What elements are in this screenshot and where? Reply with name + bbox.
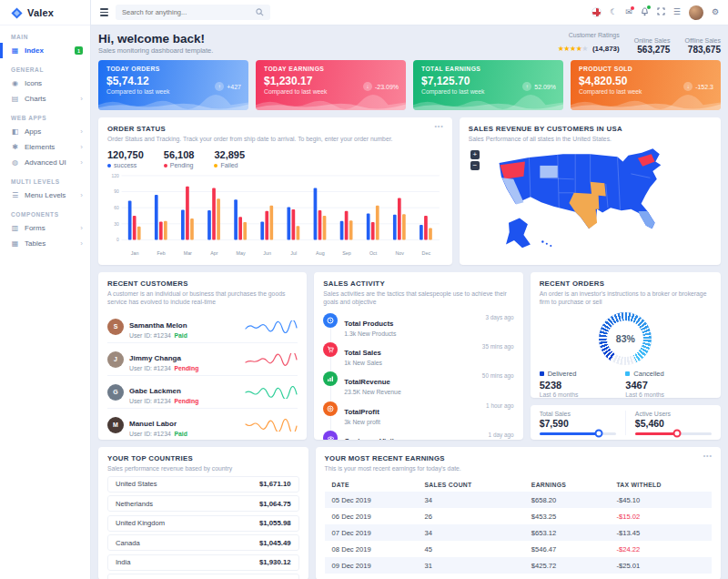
activity-row[interactable]: TotalRevenue23.5K New Revenue 50 mins ag… xyxy=(323,369,513,398)
language-flag-icon[interactable] xyxy=(592,7,602,17)
hamburger-menu-icon[interactable] xyxy=(100,8,108,15)
timestamp: 1 hour ago xyxy=(486,401,514,425)
card-desc: This is your most recent earnings for to… xyxy=(325,464,712,472)
fullscreen-icon[interactable] xyxy=(657,7,665,17)
elements-icon: ✱ xyxy=(11,143,19,151)
sidebar: Valex MAIN ▦ Index 1 GENERAL ◉ Icons ▤ C… xyxy=(0,0,91,579)
map-zoom-out-button[interactable]: − xyxy=(470,161,480,170)
table-row[interactable]: 05 Dec 201934$658.20-$45.10 xyxy=(325,492,712,508)
notifications-bell-icon[interactable] xyxy=(641,7,649,18)
activity-row[interactable]: Customer Visits15% increased 1 day ago xyxy=(323,428,513,440)
customer-row[interactable]: G Gabe LackmenUser ID: #1234 Pending xyxy=(107,375,298,408)
gauge-value: 83% xyxy=(616,333,635,344)
sidebar-item-charts[interactable]: ▤ Charts › xyxy=(0,91,90,107)
table-row[interactable]: 06 Dec 201926$453.25-$15.02 xyxy=(325,508,712,524)
sidebar-item-advanced-ui[interactable]: ◍ Advanced UI › xyxy=(0,155,90,170)
topbar: ☾ ✉ ☰ ⚙ xyxy=(91,0,728,25)
table-row[interactable]: 07 Dec 201934$653.12-$13.45 xyxy=(325,524,712,541)
card-title: SALES ACTIVITY xyxy=(323,279,513,288)
activity-row[interactable]: TotalProfit3k New profit 1 hour ago xyxy=(323,398,513,427)
customer-sparkline xyxy=(245,320,298,333)
svg-text:Oct: Oct xyxy=(369,250,378,256)
usa-map[interactable]: + − xyxy=(469,147,712,258)
sidebar-item-menu-levels[interactable]: ☰ Menu Levels › xyxy=(0,188,90,203)
avatar: J xyxy=(107,351,124,368)
failed-dot-icon xyxy=(214,164,217,168)
orders-gauge: 83% xyxy=(599,312,652,365)
card-title: RECENT CUSTOMERS xyxy=(107,279,298,288)
country-row[interactable]: India$1,930.12 xyxy=(107,554,299,571)
chevron-right-icon: › xyxy=(80,143,83,151)
active-users-slider[interactable] xyxy=(635,432,712,435)
svg-text:90: 90 xyxy=(114,190,119,195)
slider-handle[interactable] xyxy=(673,430,682,438)
svg-text:0: 0 xyxy=(116,239,119,243)
page-title: Hi, welcome back! xyxy=(98,32,213,46)
gear-icon[interactable]: ⚙ xyxy=(712,8,719,16)
country-row[interactable]: Netherlands$1,064.75 xyxy=(107,495,299,512)
state-wyoming xyxy=(540,166,557,178)
sidebar-item-apps[interactable]: ◧ Apps › xyxy=(0,124,90,139)
sidebar-item-index[interactable]: ▦ Index 1 xyxy=(0,43,90,58)
table-row[interactable]: 09 Dec 201931$425.72-$25.01 xyxy=(325,557,712,574)
svg-text:Jul: Jul xyxy=(290,250,297,256)
logo[interactable]: Valex xyxy=(0,0,90,25)
valex-logo-icon xyxy=(11,6,23,18)
nav-section-components: COMPONENTS xyxy=(0,203,90,220)
pending-dot-icon xyxy=(164,164,167,168)
map-zoom-in-button[interactable]: + xyxy=(470,150,480,159)
total-sales-slider[interactable] xyxy=(540,432,616,435)
customer-ratings-stat: Customer Ratings ★★★★★ (14,873) xyxy=(558,32,620,55)
avatar: M xyxy=(107,417,124,433)
menu-levels-icon: ☰ xyxy=(11,191,19,199)
nav-section-main: MAIN xyxy=(0,25,90,43)
messages-icon[interactable]: ✉ xyxy=(625,8,632,16)
state-alaska xyxy=(506,218,531,249)
state-hawaii xyxy=(541,241,543,243)
search-icon xyxy=(256,8,264,16)
customer-row[interactable]: M Manuel LaborUser ID: #1234 Paid xyxy=(107,408,298,440)
timestamp: 50 mins ago xyxy=(482,371,514,395)
chevron-right-icon: › xyxy=(80,191,83,199)
activity-row[interactable]: Total Products1.3k New Products 3 days a… xyxy=(323,310,513,339)
more-options-icon[interactable]: ••• xyxy=(434,123,443,129)
card-title: YOUR TOP COUNTRIES xyxy=(107,454,299,462)
customer-row[interactable]: J Jimmy ChangaUser ID: #1234 Pending xyxy=(107,342,298,375)
sidebar-item-label: Icons xyxy=(25,79,42,87)
total-sales-slider-block: Total Sales $7,590 xyxy=(531,411,625,435)
activity-row[interactable]: Total Sales1k New Sales 35 mins ago xyxy=(323,340,513,369)
pending-stat: 56,108 Pending xyxy=(164,149,195,168)
column-header: EARNINGS xyxy=(524,478,610,492)
dark-mode-moon-icon[interactable]: ☾ xyxy=(610,8,617,16)
index-badge: 1 xyxy=(75,46,83,55)
order-status-card: ••• ORDER STATUS Order Status and Tracki… xyxy=(98,117,452,265)
card-desc: Sales activities are the tactics that sa… xyxy=(323,290,513,306)
more-options-icon[interactable]: ••• xyxy=(703,452,713,459)
apps-icon: ◧ xyxy=(11,127,19,136)
sidebar-item-icons[interactable]: ◉ Icons xyxy=(0,76,90,91)
search-input[interactable] xyxy=(122,8,251,16)
sidebar-item-elements[interactable]: ✱ Elements › xyxy=(0,139,90,155)
sidebar-list-icon[interactable]: ☰ xyxy=(673,8,681,16)
sidebar-item-forms[interactable]: ▥ Forms › xyxy=(0,220,90,236)
country-row[interactable]: Australia$1,042.00 xyxy=(107,574,299,579)
svg-text:30: 30 xyxy=(114,222,119,227)
country-row[interactable]: Canada$1,045.49 xyxy=(107,534,299,551)
slider-handle[interactable] xyxy=(595,430,603,438)
country-row[interactable]: United States$1,671.10 xyxy=(107,476,299,493)
today-earnings-card: TODAY EARNINGS $1,230.17 Compared to las… xyxy=(256,60,406,110)
search-bar[interactable] xyxy=(116,5,270,20)
customer-row[interactable]: S Samantha MelonUser ID: #1234 Paid xyxy=(107,310,298,342)
card-desc: Sales performance revenue based by count… xyxy=(107,464,299,472)
country-row[interactable]: United Kingdom$1,055.98 xyxy=(107,515,299,532)
sidebar-item-tables[interactable]: ▦ Tables › xyxy=(0,236,90,251)
unread-messages-dot xyxy=(631,6,634,10)
user-avatar[interactable] xyxy=(689,5,703,20)
column-header: TAX WITHELD xyxy=(609,478,712,492)
chevron-right-icon: › xyxy=(80,95,83,103)
card-delta: ↑+427 xyxy=(215,82,241,91)
table-row[interactable]: 08 Dec 201945$546.47-$24.22 xyxy=(325,541,712,557)
timestamp: 3 days ago xyxy=(485,313,513,337)
status-badge: Pending xyxy=(175,398,199,404)
svg-text:Jan: Jan xyxy=(131,250,139,256)
